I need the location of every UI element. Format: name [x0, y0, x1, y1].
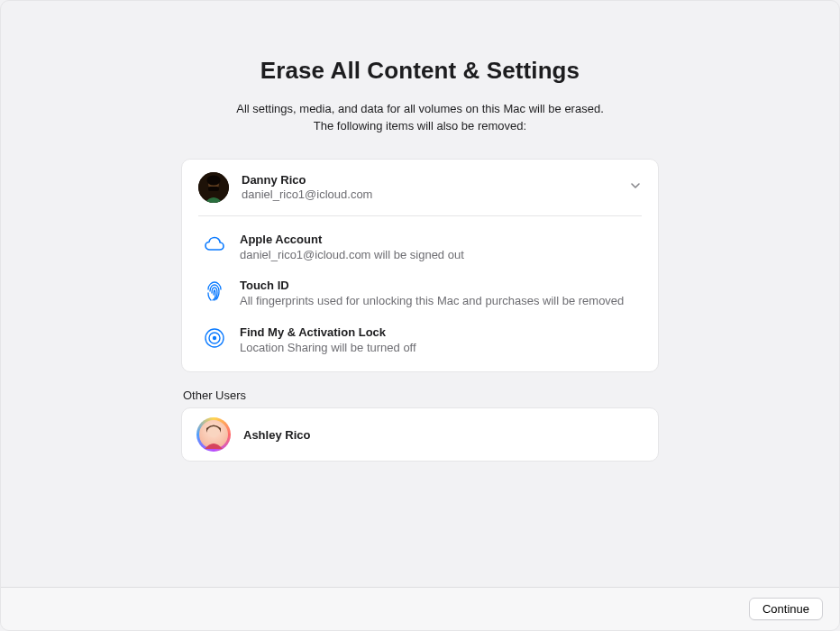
- cloud-icon: [202, 233, 227, 258]
- user-avatar: [198, 172, 229, 203]
- item-title: Touch ID: [240, 279, 642, 292]
- item-touch-id: Touch ID All fingerprints used for unloc…: [198, 279, 642, 309]
- continue-button[interactable]: Continue: [749, 598, 823, 620]
- item-text: Touch ID All fingerprints used for unloc…: [240, 279, 642, 309]
- primary-user-card: Danny Rico daniel_rico1@icloud.com: [181, 159, 659, 373]
- subtitle-line-1: All settings, media, and data for all vo…: [236, 102, 604, 115]
- user-name: Danny Rico: [242, 173, 616, 187]
- item-apple-account: Apple Account daniel_rico1@icloud.com wi…: [198, 233, 642, 263]
- erase-assistant-window: Erase All Content & Settings All setting…: [0, 0, 840, 631]
- item-title: Find My & Activation Lock: [240, 325, 642, 339]
- item-text: Apple Account daniel_rico1@icloud.com wi…: [240, 233, 642, 263]
- item-desc: All fingerprints used for unlocking this…: [240, 293, 642, 309]
- other-user-name: Ashley Rico: [243, 428, 310, 442]
- item-text: Find My & Activation Lock Location Shari…: [240, 325, 642, 356]
- subtitle-line-2: The following items will also be removed…: [314, 119, 526, 133]
- findmy-icon: [202, 325, 227, 351]
- page-subtitle: All settings, media, and data for all vo…: [181, 101, 659, 135]
- chevron-down-icon: [629, 179, 642, 196]
- fingerprint-icon: [202, 279, 227, 304]
- other-user-avatar: [196, 417, 231, 452]
- footer-toolbar: Continue: [1, 587, 839, 630]
- item-find-my: Find My & Activation Lock Location Shari…: [198, 325, 642, 356]
- svg-point-2: [207, 175, 221, 185]
- svg-point-6: [213, 336, 216, 340]
- svg-rect-3: [208, 187, 219, 191]
- item-desc: Location Sharing will be turned off: [240, 340, 642, 356]
- item-desc: daniel_rico1@icloud.com will be signed o…: [240, 247, 642, 263]
- main-content: Erase All Content & Settings All setting…: [181, 1, 659, 462]
- user-email: daniel_rico1@icloud.com: [242, 187, 616, 201]
- user-disclosure-row[interactable]: Danny Rico daniel_rico1@icloud.com: [198, 172, 642, 216]
- other-user-row: Ashley Rico: [181, 407, 659, 462]
- user-text: Danny Rico daniel_rico1@icloud.com: [242, 173, 616, 201]
- other-users-label: Other Users: [181, 389, 659, 402]
- item-title: Apple Account: [240, 233, 642, 246]
- page-title: Erase All Content & Settings: [181, 57, 659, 85]
